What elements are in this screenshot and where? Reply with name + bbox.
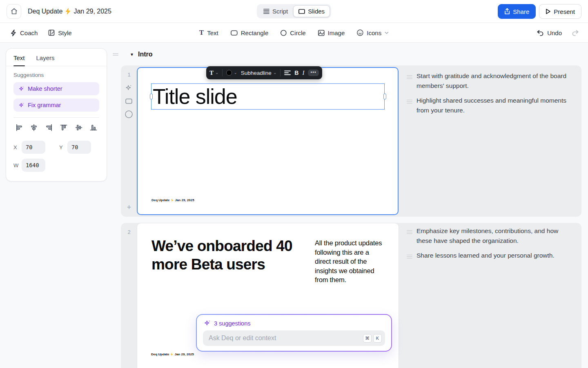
text-tool-label: Text bbox=[207, 29, 218, 36]
document-title-text: Deq Update bbox=[28, 8, 62, 15]
ai-sparkle-icon[interactable] bbox=[125, 84, 132, 92]
undo-button[interactable]: Undo bbox=[537, 29, 562, 36]
tab-layers[interactable]: Layers bbox=[36, 54, 55, 66]
home-button[interactable] bbox=[7, 4, 21, 19]
slide-1-notes: Start with gratitude and acknowledgment … bbox=[407, 71, 574, 115]
fix-grammar-label: Fix grammar bbox=[28, 102, 61, 108]
sparkle-icon bbox=[18, 86, 24, 92]
ai-suggestions-popup: 3 suggestions ⌘ K bbox=[196, 314, 392, 352]
x-input[interactable] bbox=[22, 141, 45, 154]
align-top-icon[interactable] bbox=[60, 123, 68, 132]
chevron-down-icon: ⌄ bbox=[234, 71, 237, 75]
note-item: Share lessons learned and your personal … bbox=[407, 251, 574, 260]
footer-doc-date: Jan 29, 2025 bbox=[175, 198, 194, 202]
ask-deq-input[interactable] bbox=[209, 334, 361, 342]
note-drag-handle[interactable] bbox=[407, 96, 412, 115]
note-text[interactable]: Highlight shared successes and meaningfu… bbox=[416, 96, 572, 115]
align-left-text-icon bbox=[284, 70, 291, 75]
bold-button[interactable]: B bbox=[294, 70, 298, 76]
chevron-down-icon bbox=[385, 31, 389, 34]
tool-rectangle[interactable]: Rectangle bbox=[231, 29, 269, 36]
redo-icon bbox=[572, 29, 579, 36]
text-align-button[interactable] bbox=[284, 70, 291, 75]
tool-image[interactable]: Image bbox=[318, 29, 345, 36]
sparkle-icon bbox=[18, 102, 24, 108]
image-tool-icon bbox=[318, 30, 325, 36]
tab-slides[interactable]: Slides bbox=[293, 5, 330, 17]
redo-button[interactable] bbox=[572, 29, 579, 36]
section-drag-handle[interactable] bbox=[113, 52, 118, 57]
slide-2-heading-text[interactable]: We’ve onboarded 40 more Beta users bbox=[151, 237, 295, 274]
circle-tool-label: Circle bbox=[290, 29, 305, 36]
align-right-icon[interactable] bbox=[45, 123, 53, 132]
suggestions-count-label[interactable]: 3 suggestions bbox=[214, 320, 250, 327]
text-tool-icon: T bbox=[199, 29, 204, 37]
note-drag-handle[interactable] bbox=[407, 251, 412, 260]
script-icon bbox=[263, 9, 270, 14]
circle-shape-icon[interactable] bbox=[125, 110, 133, 118]
make-shorter-button[interactable]: Make shorter bbox=[13, 82, 99, 95]
slide-1-footer: Deq Update Jan 29, 2025 bbox=[151, 198, 194, 202]
slide-1-canvas[interactable]: Title slide Deq Update Jan 29, 2025 bbox=[137, 67, 399, 215]
footer-doc-name: Deq Update bbox=[151, 352, 169, 356]
text-color-button[interactable]: ⌄ bbox=[226, 70, 237, 76]
italic-button[interactable]: I bbox=[302, 70, 304, 76]
more-options-button[interactable]: ••• bbox=[308, 70, 319, 76]
y-label: Y bbox=[59, 144, 63, 150]
tab-text[interactable]: Text bbox=[13, 54, 25, 66]
circle-tool-icon bbox=[281, 30, 287, 36]
font-menu-button[interactable]: T ⌄ bbox=[209, 70, 218, 76]
slide-2-number: 2 bbox=[121, 229, 137, 235]
coach-label: Coach bbox=[20, 29, 38, 36]
divider bbox=[280, 69, 281, 76]
icons-tool-icon bbox=[357, 29, 363, 36]
tool-text[interactable]: T Text bbox=[199, 29, 218, 37]
add-element-button[interactable]: + bbox=[121, 203, 137, 212]
ask-deq-inputwrap: ⌘ K bbox=[203, 330, 385, 346]
slide-2-notes: Emphasize key milestones, contributions,… bbox=[407, 226, 574, 260]
present-label: Present bbox=[554, 8, 575, 15]
slide-1-title-text[interactable]: Title slide bbox=[151, 84, 237, 109]
note-drag-handle[interactable] bbox=[407, 71, 412, 91]
title-textbox[interactable]: Title slide bbox=[151, 83, 385, 110]
w-input[interactable] bbox=[22, 159, 45, 172]
tab-script[interactable]: Script bbox=[258, 5, 293, 17]
slide-2-gutter: 2 bbox=[121, 223, 137, 368]
resize-handle-left[interactable] bbox=[150, 94, 153, 100]
text-style-dropdown[interactable]: Subheadline ⌄ bbox=[241, 70, 276, 76]
note-text[interactable]: Share lessons learned and your personal … bbox=[416, 251, 572, 260]
share-label: Share bbox=[513, 8, 529, 15]
fix-grammar-button[interactable]: Fix grammar bbox=[13, 99, 99, 112]
align-center-horizontal-icon[interactable] bbox=[30, 123, 38, 132]
slide-1-number: 1 bbox=[121, 72, 137, 78]
align-middle-vertical-icon[interactable] bbox=[75, 123, 83, 132]
lightning-bolt-icon bbox=[170, 352, 173, 356]
slide-2-body-text[interactable]: All the product updates following this a… bbox=[315, 238, 386, 285]
align-bottom-icon[interactable] bbox=[89, 123, 98, 132]
section-collapse-caret[interactable]: ▾ bbox=[131, 52, 133, 57]
present-button[interactable]: Present bbox=[539, 4, 581, 19]
edit-toolbar: Coach Style T Text Rectangle Circle bbox=[0, 23, 588, 43]
rectangle-tool-label: Rectangle bbox=[241, 29, 269, 36]
document-title[interactable]: Deq Update Jan 29, 2025 bbox=[28, 8, 111, 15]
y-input[interactable] bbox=[67, 141, 91, 154]
share-button[interactable]: Share bbox=[498, 4, 536, 19]
tool-icons[interactable]: Icons bbox=[357, 29, 389, 36]
note-item: Start with gratitude and acknowledgment … bbox=[407, 71, 574, 91]
k-key-icon: K bbox=[373, 334, 382, 343]
align-left-icon[interactable] bbox=[15, 123, 23, 132]
rectangle-shape-icon[interactable] bbox=[125, 99, 132, 104]
note-text[interactable]: Start with gratitude and acknowledgment … bbox=[416, 71, 572, 91]
tool-circle[interactable]: Circle bbox=[281, 29, 305, 36]
alignment-controls bbox=[13, 123, 99, 133]
undo-icon bbox=[537, 29, 544, 36]
coach-button[interactable]: Coach bbox=[11, 29, 38, 36]
slide-1-gutter: 1 + bbox=[121, 65, 137, 217]
note-drag-handle[interactable] bbox=[407, 226, 412, 246]
style-button[interactable]: Style bbox=[48, 29, 71, 36]
section-title[interactable]: Intro bbox=[138, 51, 153, 58]
note-text[interactable]: Emphasize key milestones, contributions,… bbox=[416, 226, 572, 246]
top-bar: Deq Update Jan 29, 2025 Script Slides Sh… bbox=[0, 0, 588, 23]
resize-handle-right[interactable] bbox=[383, 94, 386, 100]
slides-icon bbox=[298, 9, 305, 14]
